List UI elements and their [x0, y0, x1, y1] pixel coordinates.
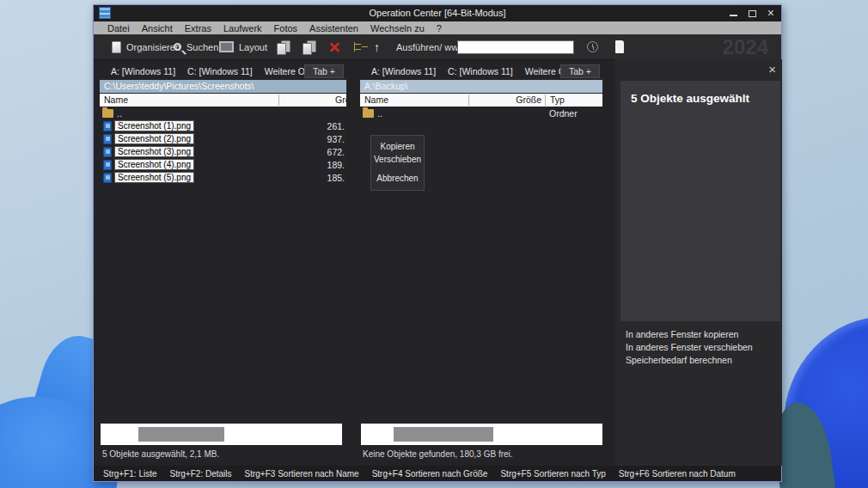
layout-label: Layout	[239, 42, 267, 52]
context-menu-item[interactable]: Verschieben	[371, 153, 424, 166]
drive-tab[interactable]: A: [Windows 11]	[365, 66, 442, 76]
desktop-wallpaper: Operation Center [64-Bit-Modus] × Datei …	[0, 0, 868, 488]
selection-sidebar: × 5 Objekte ausgewählt In anderes Fenste…	[614, 59, 782, 466]
shortcut-hint[interactable]: Strg+F3 Sortieren nach Name	[245, 469, 359, 479]
scrollbar-thumb[interactable]	[138, 427, 224, 442]
copy-button[interactable]	[277, 34, 291, 59]
file-size: 189.	[327, 160, 345, 170]
column-divider[interactable]	[278, 95, 279, 106]
shortcut-bar: Strg+F1: Liste Strg+F2: Details Strg+F3 …	[94, 466, 781, 481]
duplicate-button[interactable]	[303, 34, 317, 59]
shortcut-hint[interactable]: Strg+F4 Sortieren nach Größe	[372, 469, 488, 479]
file-name: Screenshot (1).png	[114, 120, 194, 131]
context-menu-item[interactable]: Abbrechen	[371, 172, 424, 185]
sidebar-action-link[interactable]: In anderes Fenster verschieben	[626, 343, 753, 352]
column-size[interactable]: Größe	[470, 94, 541, 107]
close-button[interactable]: ×	[767, 6, 774, 21]
new-file-button[interactable]	[615, 34, 624, 59]
run-input[interactable]	[457, 40, 574, 54]
title-bar[interactable]: Operation Center [64-Bit-Modus] ×	[94, 5, 781, 21]
menu-item[interactable]: Ansicht	[136, 23, 179, 34]
menu-item[interactable]: ?	[431, 23, 448, 34]
file-name: Screenshot (5).png	[114, 172, 194, 183]
selection-heading: 5 Objekte ausgewählt	[620, 81, 780, 116]
menu-item[interactable]: Datei	[101, 23, 136, 34]
column-divider[interactable]	[545, 95, 546, 106]
sidebar-action-link[interactable]: In anderes Fenster kopieren	[626, 330, 753, 339]
sidebar-action-list: In anderes Fenster kopieren In anderes F…	[626, 330, 753, 365]
maximize-button[interactable]	[749, 10, 756, 17]
year-watermark: 2024	[723, 35, 768, 59]
right-path-bar[interactable]: A:\Backup\	[360, 80, 602, 93]
file-row[interactable]: Screenshot (4).png 189.	[99, 158, 347, 171]
delete-button[interactable]	[328, 34, 340, 59]
search-button[interactable]: Suchen	[174, 34, 218, 59]
sidebar-action-link[interactable]: Speicherbedarf berechnen	[626, 356, 753, 365]
image-file-icon	[103, 160, 112, 170]
drive-tab[interactable]: C: [Windows 11]	[181, 66, 259, 76]
column-divider[interactable]	[468, 95, 469, 106]
file-row[interactable]: Screenshot (5).png 185.	[99, 171, 347, 184]
tree-view-button[interactable]	[354, 34, 364, 59]
copy-icon	[277, 40, 291, 54]
menu-item[interactable]: Extras	[179, 23, 217, 34]
left-status-text: 5 Objekte ausgewählt, 2,1 MB.	[102, 449, 219, 459]
shortcut-hint[interactable]: Strg+F5 Sortieren nach Typ	[500, 469, 605, 479]
organize-label: Organisieren	[126, 42, 180, 52]
page-icon	[615, 40, 624, 53]
menu-bar: Datei Ansicht Extras Laufwerk Fotos Assi…	[94, 21, 781, 34]
go-up-button[interactable]: ↑	[374, 34, 380, 59]
search-label: Suchen	[186, 42, 218, 52]
document-icon	[112, 41, 121, 53]
search-icon	[174, 43, 181, 51]
clock-icon	[587, 41, 598, 52]
new-tab-button[interactable]: Tab +	[304, 64, 344, 78]
tree-icon	[354, 42, 364, 52]
drive-tab[interactable]: C: [Windows 11]	[442, 66, 519, 76]
drop-context-menu: Kopieren Verschieben Abbrechen	[370, 135, 425, 191]
parent-dir-row[interactable]: ..	[99, 107, 347, 119]
layout-button[interactable]: Layout	[219, 34, 267, 59]
copy-icon	[303, 40, 317, 54]
column-name[interactable]: Name	[104, 94, 128, 107]
window-title: Operation Center [64-Bit-Modus]	[94, 8, 781, 18]
app-window: Operation Center [64-Bit-Modus] × Datei …	[93, 4, 782, 482]
parent-dir-row[interactable]: .. Ordner	[359, 107, 603, 119]
file-size: 937.	[327, 134, 345, 144]
sidebar-close-icon[interactable]: ×	[768, 63, 776, 76]
menu-item[interactable]: Fotos	[268, 23, 304, 34]
left-file-list: Screenshot (1).png 261. Screenshot (2).p…	[99, 119, 347, 184]
right-horizontal-scrollbar[interactable]	[361, 424, 602, 445]
history-button[interactable]	[587, 34, 598, 59]
context-menu-item[interactable]: Kopieren	[371, 140, 424, 153]
minimize-button[interactable]	[730, 15, 737, 16]
column-name[interactable]: Name	[364, 94, 388, 107]
menu-item[interactable]: Assistenten	[303, 23, 364, 34]
file-row[interactable]: Screenshot (2).png 937.	[99, 132, 347, 145]
shortcut-hint[interactable]: Strg+F2: Details	[170, 469, 232, 479]
delete-x-icon	[328, 41, 340, 53]
shortcut-hint[interactable]: Strg+F6 Sortieren nach Datum	[619, 469, 736, 479]
right-column-header: Name Größe Typ	[360, 94, 602, 107]
folder-icon	[363, 109, 374, 118]
image-file-icon	[103, 173, 112, 183]
left-path-bar[interactable]: C:\Users\teddy\Pictures\Screenshots\	[100, 80, 346, 93]
menu-item[interactable]: Laufwerk	[217, 23, 268, 34]
file-size: 672.	[327, 147, 345, 157]
new-tab-button[interactable]: Tab +	[560, 64, 600, 78]
image-file-icon	[103, 134, 112, 144]
parent-dir-label: ..	[377, 108, 382, 119]
scrollbar-thumb[interactable]	[394, 427, 493, 442]
column-type[interactable]: Typ	[550, 94, 565, 107]
drive-tab[interactable]: A: [Windows 11]	[105, 66, 181, 76]
organize-button[interactable]: Organisieren	[112, 34, 180, 59]
right-file-pane: A: [Windows 11] C: [Windows 11] Weitere …	[359, 63, 603, 461]
left-horizontal-scrollbar[interactable]	[101, 424, 342, 445]
column-size[interactable]: Größe	[335, 94, 347, 107]
selection-panel: 5 Objekte ausgewählt	[620, 81, 780, 321]
file-row[interactable]: Screenshot (1).png 261.	[99, 119, 347, 132]
shortcut-hint[interactable]: Strg+F1: Liste	[103, 469, 157, 479]
right-status-text: Keine Objekte gefunden, 180,3 GB frei.	[363, 449, 513, 459]
file-row[interactable]: Screenshot (3).png 672.	[99, 145, 347, 158]
menu-item[interactable]: Wechseln zu	[364, 23, 431, 34]
